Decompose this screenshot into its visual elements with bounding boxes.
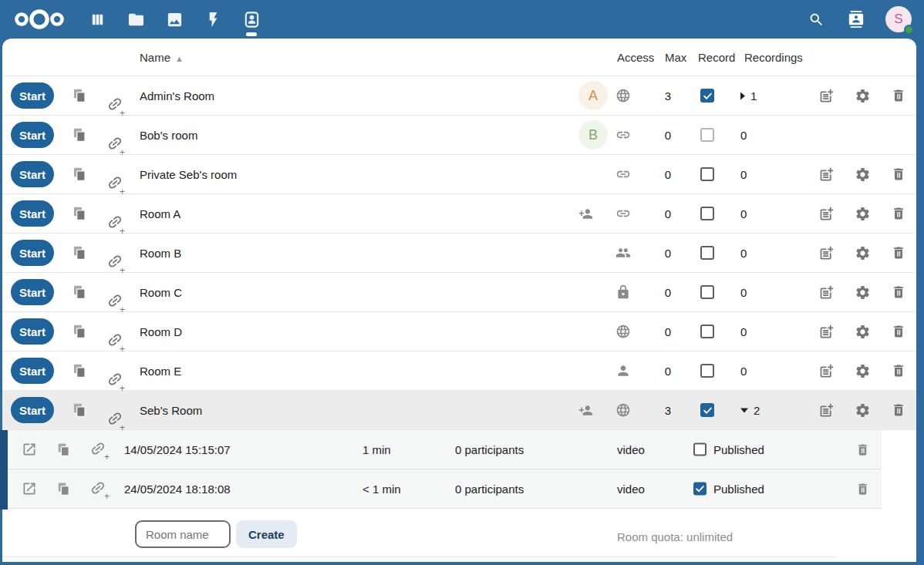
- room-row[interactable]: Start+Room D00: [2, 312, 916, 351]
- delete-recording-icon[interactable]: [853, 440, 872, 459]
- published-checkbox[interactable]: [693, 483, 706, 496]
- copy-room-link-icon[interactable]: [70, 362, 89, 380]
- start-room-button[interactable]: Start: [11, 82, 54, 109]
- recordings-toggle[interactable]: 0: [740, 247, 787, 260]
- copy-room-link-icon[interactable]: [70, 283, 89, 301]
- room-row[interactable]: Start+Admin's RoomA31: [2, 76, 916, 116]
- recordings-toggle[interactable]: 2: [740, 404, 787, 417]
- record-checkbox[interactable]: [700, 89, 714, 103]
- copy-room-link-icon[interactable]: [70, 322, 89, 341]
- room-settings-icon[interactable]: [853, 362, 872, 380]
- share-recording-link-icon[interactable]: +: [89, 440, 108, 459]
- copy-room-link-icon[interactable]: [70, 204, 89, 223]
- room-settings-icon[interactable]: [853, 322, 872, 341]
- copy-room-link-icon[interactable]: [70, 244, 89, 262]
- record-checkbox[interactable]: [700, 364, 714, 378]
- create-share-link-icon[interactable]: +: [106, 298, 123, 311]
- published-toggle[interactable]: Published: [693, 483, 764, 496]
- expand-icon[interactable]: [740, 92, 745, 99]
- delete-room-icon[interactable]: [889, 283, 908, 301]
- store-recordings-icon[interactable]: [817, 244, 835, 262]
- create-share-link-icon[interactable]: +: [106, 180, 123, 193]
- recording-row[interactable]: +14/05/2024 15:15:071 min0 participantsv…: [2, 430, 882, 469]
- app-files[interactable]: [125, 4, 147, 35]
- create-share-link-icon[interactable]: +: [106, 259, 123, 272]
- recordings-toggle[interactable]: 0: [740, 207, 787, 220]
- store-recordings-icon[interactable]: [817, 86, 835, 105]
- store-recordings-icon[interactable]: [817, 204, 835, 223]
- app-bbb-rooms[interactable]: [241, 4, 262, 35]
- record-checkbox[interactable]: [700, 128, 714, 142]
- record-checkbox[interactable]: [700, 246, 714, 260]
- room-name-input[interactable]: [135, 520, 231, 548]
- copy-room-link-icon[interactable]: [70, 86, 89, 105]
- recordings-toggle[interactable]: 1: [740, 89, 787, 103]
- room-settings-icon[interactable]: [853, 401, 872, 419]
- record-checkbox[interactable]: [700, 403, 714, 417]
- create-share-link-icon[interactable]: +: [106, 416, 123, 429]
- room-row[interactable]: Start+Room B00: [2, 234, 916, 273]
- start-room-button[interactable]: Start: [11, 397, 54, 423]
- delete-room-icon[interactable]: [889, 322, 908, 341]
- room-settings-icon[interactable]: [853, 165, 872, 183]
- published-toggle[interactable]: Published: [693, 443, 764, 456]
- start-room-button[interactable]: Start: [11, 161, 54, 187]
- copy-room-link-icon[interactable]: [70, 401, 89, 419]
- share-recording-link-icon[interactable]: +: [89, 479, 108, 498]
- room-row[interactable]: Start+Private Seb's room00: [2, 155, 916, 194]
- open-recording-icon[interactable]: [20, 479, 39, 498]
- column-header-name[interactable]: Name▲: [140, 51, 184, 64]
- start-room-button[interactable]: Start: [11, 318, 54, 345]
- search-icon[interactable]: [805, 8, 827, 30]
- start-room-button[interactable]: Start: [11, 358, 54, 384]
- store-recordings-icon[interactable]: [817, 401, 835, 419]
- delete-room-icon[interactable]: [889, 244, 908, 262]
- room-settings-icon[interactable]: [853, 283, 872, 301]
- app-activity[interactable]: [202, 4, 224, 35]
- room-settings-icon[interactable]: [853, 86, 872, 105]
- create-room-button[interactable]: Create: [236, 520, 297, 548]
- delete-recording-icon[interactable]: [853, 479, 872, 498]
- delete-room-icon[interactable]: [889, 401, 908, 419]
- store-recordings-icon[interactable]: [817, 165, 835, 183]
- app-photos[interactable]: [164, 4, 185, 35]
- delete-room-icon[interactable]: [889, 86, 908, 105]
- open-recording-icon[interactable]: [20, 440, 39, 459]
- copy-room-link-icon[interactable]: [70, 126, 89, 144]
- app-dashboard[interactable]: [86, 4, 108, 35]
- recordings-toggle[interactable]: 0: [740, 325, 787, 338]
- user-avatar[interactable]: S: [885, 6, 912, 32]
- contacts-icon[interactable]: [845, 8, 867, 30]
- create-share-link-icon[interactable]: +: [106, 338, 123, 351]
- room-row[interactable]: Start+Room A00: [2, 194, 916, 234]
- record-checkbox[interactable]: [700, 325, 714, 338]
- room-row[interactable]: Start+Room E00: [2, 351, 916, 391]
- store-recordings-icon[interactable]: [817, 362, 835, 380]
- room-settings-icon[interactable]: [853, 244, 872, 262]
- create-share-link-icon[interactable]: +: [106, 141, 123, 154]
- store-recordings-icon[interactable]: [817, 322, 835, 341]
- record-checkbox[interactable]: [700, 207, 714, 220]
- recordings-toggle[interactable]: 0: [740, 365, 787, 378]
- store-recordings-icon[interactable]: [817, 283, 835, 301]
- start-room-button[interactable]: Start: [11, 200, 54, 227]
- collapse-icon[interactable]: [740, 408, 748, 412]
- room-row[interactable]: Start+Seb's Room32: [2, 391, 916, 430]
- start-room-button[interactable]: Start: [11, 122, 54, 148]
- start-room-button[interactable]: Start: [11, 240, 54, 266]
- recordings-toggle[interactable]: 0: [740, 129, 787, 142]
- record-checkbox[interactable]: [700, 285, 714, 299]
- recordings-toggle[interactable]: 0: [740, 168, 787, 181]
- create-share-link-icon[interactable]: +: [106, 377, 123, 390]
- room-row[interactable]: Start+Bob's roomB00: [2, 116, 916, 155]
- recordings-toggle[interactable]: 0: [740, 286, 787, 299]
- create-share-link-icon[interactable]: +: [106, 220, 123, 233]
- delete-room-icon[interactable]: [889, 165, 908, 183]
- room-settings-icon[interactable]: [853, 204, 872, 223]
- copy-room-link-icon[interactable]: [70, 165, 89, 183]
- published-checkbox[interactable]: [693, 443, 706, 456]
- nextcloud-logo-icon[interactable]: [14, 8, 65, 31]
- room-row[interactable]: Start+Room C00: [2, 273, 916, 312]
- delete-room-icon[interactable]: [889, 362, 908, 380]
- start-room-button[interactable]: Start: [11, 279, 54, 305]
